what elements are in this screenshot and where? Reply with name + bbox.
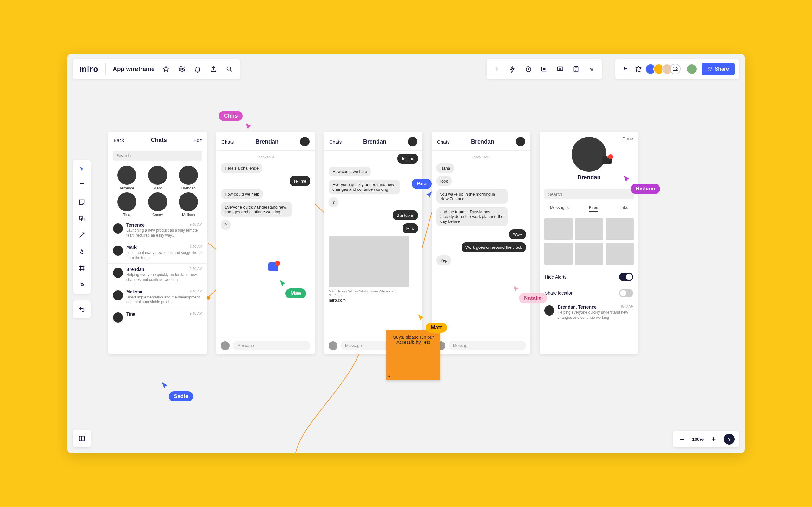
file-cell[interactable]: [575, 218, 603, 240]
comment-pin-icon[interactable]: 3: [268, 262, 278, 271]
attach-icon[interactable]: [328, 341, 338, 350]
message-in: Here's a challenge: [221, 163, 262, 173]
back-link[interactable]: Chats: [221, 139, 234, 145]
files-grid: [540, 214, 638, 269]
message-list: Tell me How could we help Everyone quick…: [324, 151, 422, 337]
message-out: Miro: [403, 223, 418, 233]
tab-links[interactable]: Links: [618, 205, 628, 212]
file-cell[interactable]: [544, 218, 572, 240]
done-link[interactable]: Done: [623, 136, 633, 141]
sticky-note[interactable]: Guys, please run our Accessibility Test …: [386, 330, 440, 380]
chat-title: Brendan: [255, 138, 278, 145]
cursor-arrow-icon: [417, 314, 426, 322]
cursor-arrow-icon: [161, 382, 169, 390]
wireframe-chat-3[interactable]: Chats Brendan Today 16:56 Haha look you …: [432, 132, 530, 354]
chat-row[interactable]: Tina9:40 AM: [108, 308, 207, 326]
frame-header: Chats Brendan: [432, 132, 530, 150]
profile-name: Brendan: [577, 174, 600, 181]
file-cell[interactable]: [544, 243, 572, 265]
user-cursor-tag: Hisham: [630, 184, 660, 194]
contact-cell[interactable]: Casey: [143, 192, 172, 217]
user-cursor-tag: Bea: [412, 179, 432, 189]
file-cell[interactable]: [606, 218, 634, 240]
cursor-arrow-icon: [245, 122, 254, 131]
wireframe-chats-list[interactable]: Back Chats Edit Search Terrence Mark Bre…: [108, 132, 207, 354]
message-in: Yep: [437, 256, 451, 265]
message-in: Everyone quickly understand new changes …: [328, 180, 400, 194]
setting-share-location[interactable]: Share location: [540, 285, 638, 301]
message-in: and the team in Russia has already done …: [437, 207, 508, 226]
canvas[interactable]: Back Chats Edit Search Terrence Mark Bre…: [67, 54, 745, 453]
message-in: ?: [328, 198, 339, 207]
svg-point-11: [207, 296, 210, 299]
message-in: How could we help: [328, 167, 371, 176]
user-cursor-tag: Sadie: [169, 391, 193, 401]
board-surface: miro App wireframe: [67, 54, 745, 453]
back-link[interactable]: Chats: [329, 139, 342, 145]
cursor-arrow-icon: [623, 175, 631, 183]
contact-cell[interactable]: Tina: [112, 192, 141, 217]
message-composer: Message: [216, 337, 315, 354]
message-out: Tell me: [397, 154, 418, 164]
message-in: Haha: [437, 163, 454, 173]
message-composer: Message: [432, 337, 530, 354]
chat-row[interactable]: Mark9:40 AMImplement many new ideas and …: [108, 241, 207, 263]
contact-cell[interactable]: Mark: [143, 166, 172, 190]
back-link[interactable]: Back: [113, 137, 124, 143]
chat-row[interactable]: Melissa9:40 AMDirect implementation and …: [108, 286, 207, 308]
message-out: Wow: [509, 229, 526, 239]
toggle-off-icon[interactable]: [619, 289, 633, 297]
avatar[interactable]: [408, 137, 417, 147]
profile-avatar[interactable]: [571, 137, 606, 172]
tab-files[interactable]: Files: [589, 205, 599, 212]
message-input[interactable]: Message: [449, 341, 526, 350]
file-cell[interactable]: [575, 243, 603, 265]
avatar[interactable]: [516, 137, 525, 147]
sticky-plus-icon[interactable]: +: [388, 375, 390, 378]
tab-messages[interactable]: Messages: [550, 205, 569, 212]
message-out: Tell me: [290, 176, 310, 186]
search-input[interactable]: Search: [113, 151, 202, 161]
message-in: How could we help: [221, 189, 263, 199]
user-cursor-tag: Chris: [219, 111, 243, 121]
frame-header: Chats Brendan: [324, 132, 422, 150]
profile-search-input[interactable]: Search: [544, 189, 634, 199]
message-list: Today 9:23 Here's a challenge Tell me Ho…: [216, 151, 315, 337]
file-cell[interactable]: [606, 243, 634, 265]
contact-cell[interactable]: Melissa: [174, 192, 203, 217]
message-in: you wake up in the morning in New Zealan…: [437, 189, 508, 204]
contact-cell[interactable]: Terrence: [112, 166, 141, 190]
message-out: Work goes on around the clock: [461, 242, 526, 252]
message-in: look: [437, 176, 452, 186]
wireframe-profile[interactable]: Done 6 Brendan Search Messages Files Lin…: [540, 132, 638, 354]
setting-hide-alerts[interactable]: Hide Alerts: [540, 269, 638, 285]
cursor-arrow-icon: [513, 285, 520, 293]
avatar[interactable]: [300, 137, 310, 147]
profile-tabs: Messages Files Links: [540, 203, 638, 214]
back-link[interactable]: Chats: [437, 139, 450, 145]
wireframe-chat-1[interactable]: Chats Brendan Today 9:23 Here's a challe…: [216, 132, 315, 354]
user-cursor-tag: Natalie: [519, 293, 547, 303]
wireframe-chat-2[interactable]: Chats Brendan Tell me How could we help …: [324, 132, 422, 354]
user-cursor-tag: Matt: [426, 323, 447, 333]
message-badge-icon[interactable]: 6: [602, 156, 612, 164]
edit-link[interactable]: Edit: [194, 137, 202, 143]
message-in: Everyone quickly understand new changes …: [221, 202, 293, 217]
chat-title: Brendan: [471, 138, 494, 145]
toggle-on-icon[interactable]: [619, 273, 633, 281]
contact-cell[interactable]: Brendan: [174, 166, 203, 190]
chat-row[interactable]: Terrence9:40 AMLaunching a new product a…: [108, 219, 207, 241]
group-row[interactable]: Brendan, Terrence9:40 AM Helping everyon…: [540, 301, 638, 323]
frame-header: Back Chats Edit: [108, 132, 207, 147]
frame-header: Chats Brendan: [216, 132, 315, 150]
timestamp: Today 16:56: [437, 155, 526, 159]
chat-row[interactable]: Brendan9:40 AMHelping everyone quickly u…: [108, 263, 207, 285]
chat-title: Brendan: [363, 138, 386, 145]
message-list: Today 16:56 Haha look you wake up in the…: [432, 151, 530, 337]
user-cursor-tag: Mae: [286, 288, 306, 298]
attach-icon[interactable]: [221, 341, 230, 350]
link-preview[interactable]: Miro | Free Online Collaborative Whitebo…: [328, 236, 409, 302]
message-input[interactable]: Message: [233, 341, 310, 350]
cursor-arrow-icon: [279, 279, 287, 288]
message-in: ?: [221, 220, 231, 230]
